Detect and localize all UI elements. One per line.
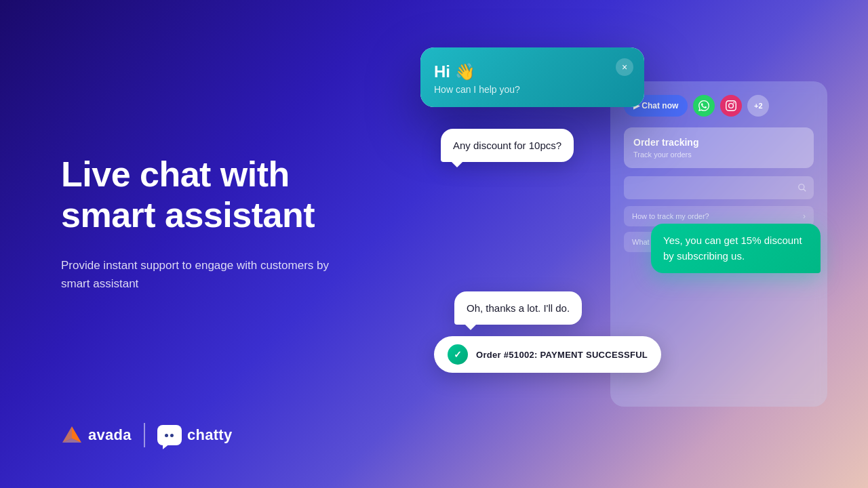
sub-text: Provide instant support to engage with c… — [61, 256, 332, 293]
chat-header-subtitle: How can I help you? — [434, 84, 631, 95]
whatsapp-button[interactable] — [693, 95, 715, 117]
faq-arrow-1: › — [803, 211, 806, 221]
brand-row: avada chatty — [61, 423, 233, 447]
payment-text: Order #51002: PAYMENT SUCCESSFUL — [476, 350, 648, 360]
instagram-button[interactable] — [720, 95, 742, 117]
avada-logo: avada — [61, 424, 132, 446]
avada-brand-text: avada — [88, 426, 132, 444]
chat-header: Hi 👋 How can I help you? × — [420, 47, 644, 107]
chatty-logo: chatty — [157, 425, 233, 445]
chat-header-title: Hi 👋 — [434, 62, 631, 81]
payment-badge: ✓ Order #51002: PAYMENT SUCCESSFUL — [434, 336, 661, 373]
main-heading: Live chat with smart assistant — [61, 155, 387, 236]
bubble-dot-1 — [165, 434, 168, 437]
order-tracking-section: Order tracking Track your orders — [624, 127, 814, 168]
faq-text-1: How to track my order? — [632, 212, 803, 220]
order-tracking-title: Order tracking — [633, 137, 804, 148]
left-content: Live chat with smart assistant Provide i… — [61, 155, 387, 333]
payment-check-icon: ✓ — [448, 344, 468, 365]
bg-card-buttons: ▶ Chat now +2 — [624, 95, 814, 117]
brand-divider — [144, 423, 145, 447]
user-bubble-1: Any discount for 10pcs? — [441, 129, 574, 162]
more-channels-button[interactable]: +2 — [747, 95, 769, 117]
right-chat-area: ▶ Chat now +2 Order tracking Track your … — [420, 47, 827, 441]
avada-icon — [61, 424, 83, 446]
page-background: Live chat with smart assistant Provide i… — [0, 0, 868, 488]
chatty-brand-text: chatty — [187, 426, 233, 444]
bg-search-row — [624, 176, 814, 199]
chat-window: Hi 👋 How can I help you? × — [420, 47, 644, 107]
assistant-bubble-1: Yes, you can get 15% discount by subscri… — [651, 224, 821, 273]
order-tracking-subtitle: Track your orders — [633, 150, 804, 159]
chatty-bubble-icon — [157, 425, 182, 445]
user-bubble-2: Oh, thanks a lot. I'll do. — [454, 291, 582, 325]
bubble-dot-2 — [170, 434, 174, 437]
chat-close-button[interactable]: × — [616, 58, 633, 76]
